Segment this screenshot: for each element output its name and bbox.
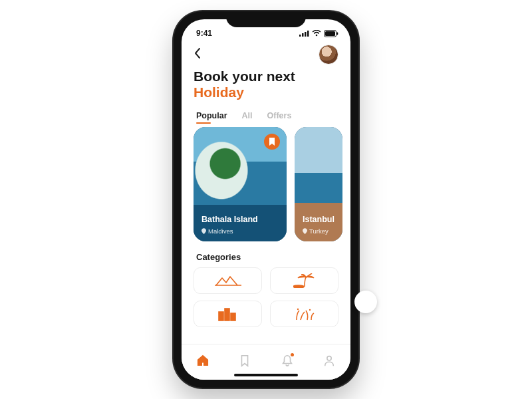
title-line-1: Book your next bbox=[194, 68, 338, 84]
category-mountains[interactable] bbox=[194, 267, 262, 294]
top-bar bbox=[182, 42, 350, 68]
svg-point-14 bbox=[327, 356, 331, 360]
destination-location-text: Maldives bbox=[208, 227, 233, 235]
svg-rect-11 bbox=[231, 313, 235, 321]
tab-offers[interactable]: Offers bbox=[267, 111, 292, 120]
destination-location: Maldives bbox=[201, 227, 233, 235]
battery-icon bbox=[324, 30, 338, 37]
svg-rect-6 bbox=[325, 31, 335, 36]
nav-home[interactable] bbox=[195, 352, 211, 368]
destination-location: Turkey bbox=[303, 227, 329, 235]
svg-rect-2 bbox=[305, 32, 307, 37]
signal-icon bbox=[299, 30, 309, 37]
tab-all[interactable]: All bbox=[242, 111, 253, 120]
notification-badge bbox=[291, 353, 294, 356]
destination-card[interactable]: Bathala Island Maldives bbox=[194, 127, 287, 241]
category-city[interactable] bbox=[194, 301, 262, 327]
status-indicators bbox=[299, 30, 338, 37]
city-icon bbox=[216, 307, 240, 321]
category-diving[interactable] bbox=[270, 301, 338, 327]
svg-rect-7 bbox=[337, 32, 338, 35]
title-line-2: Holiday bbox=[194, 84, 338, 100]
phone-frame: 9:41 Book your next Holiday bbox=[174, 11, 358, 388]
categories-heading: Categories bbox=[182, 241, 350, 267]
palm-icon bbox=[293, 273, 316, 288]
home-icon bbox=[196, 354, 209, 367]
pin-icon bbox=[303, 228, 307, 234]
destination-title: Bathala Island bbox=[201, 215, 258, 224]
coral-icon bbox=[293, 307, 317, 321]
destination-title: Istanbul bbox=[303, 215, 334, 224]
avatar[interactable] bbox=[319, 45, 338, 65]
screen: 9:41 Book your next Holiday bbox=[182, 19, 350, 380]
page-title: Book your next Holiday bbox=[182, 68, 350, 106]
filter-tabs: Popular All Offers bbox=[182, 106, 350, 127]
back-button[interactable] bbox=[194, 47, 201, 63]
svg-point-12 bbox=[297, 309, 298, 310]
bookmark-icon bbox=[238, 354, 251, 367]
svg-rect-3 bbox=[307, 31, 309, 37]
wifi-icon bbox=[312, 30, 321, 37]
svg-point-4 bbox=[316, 35, 318, 37]
svg-rect-0 bbox=[299, 35, 301, 37]
svg-rect-10 bbox=[225, 309, 229, 321]
status-time: 9:41 bbox=[196, 29, 212, 38]
nav-profile[interactable] bbox=[321, 352, 337, 368]
nav-notifications[interactable] bbox=[279, 352, 295, 368]
nav-bookmarks[interactable] bbox=[237, 352, 253, 368]
destination-cards[interactable]: Bathala Island Maldives Istanbul Turkey bbox=[182, 127, 350, 241]
bookmark-button[interactable] bbox=[264, 134, 280, 150]
svg-rect-9 bbox=[219, 312, 223, 321]
cursor-indicator bbox=[354, 291, 377, 313]
destination-image bbox=[295, 127, 342, 241]
tab-popular[interactable]: Popular bbox=[196, 111, 227, 120]
svg-point-13 bbox=[309, 309, 310, 311]
categories-grid bbox=[182, 267, 350, 327]
svg-point-8 bbox=[293, 285, 304, 288]
home-indicator bbox=[234, 374, 298, 376]
device-notch bbox=[226, 11, 306, 27]
mountain-icon bbox=[215, 274, 241, 287]
svg-rect-1 bbox=[302, 33, 304, 37]
category-beach[interactable] bbox=[270, 267, 338, 294]
pin-icon bbox=[201, 228, 206, 234]
user-icon bbox=[323, 354, 336, 367]
destination-location-text: Turkey bbox=[309, 227, 329, 235]
destination-card[interactable]: Istanbul Turkey bbox=[295, 127, 342, 241]
